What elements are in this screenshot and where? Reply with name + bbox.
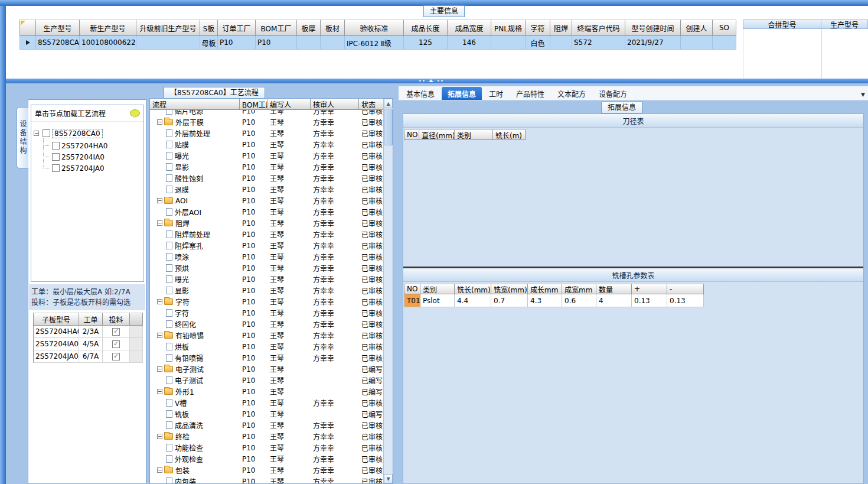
feed-checkbox[interactable] [112,353,120,360]
tree-collapse-icon[interactable]: − [157,389,162,394]
process-row[interactable]: 曝光P10王琴方幸幸已审核 [150,274,384,285]
main-cell-2[interactable] [136,36,200,50]
process-row[interactable]: −字符P10王琴方幸幸已审核 [150,296,384,307]
main-cell-3[interactable]: 母板 [200,36,218,50]
knife-col-header-1[interactable]: 直径(mm) [419,129,455,140]
slot-col-header-6[interactable]: 数量 [596,284,632,294]
tab-overflow-caret-icon[interactable]: ▼ [861,92,865,98]
feed-checkbox[interactable] [112,340,120,348]
process-col-header-1[interactable]: BOM工厂 [240,99,267,110]
process-row[interactable]: 喷涂P10王琴方幸幸已审核 [150,251,384,262]
tree-collapse-icon[interactable]: − [157,198,162,203]
main-col-header-10[interactable]: 成品宽度 [448,20,491,36]
tree-node-child[interactable]: 2S57204JA0 [51,163,141,174]
tree-node-child[interactable]: 2S57204IA0 [51,151,141,163]
main-cell-4[interactable]: P10 [218,36,256,50]
tree-child-label[interactable]: 2S57204IA0 [61,153,105,161]
main-cell-1[interactable]: 10010800062289 [80,36,136,50]
child-checkbox[interactable] [52,142,60,150]
main-col-header-3[interactable]: S板 [200,20,218,36]
slot-cell-2[interactable]: 4.4 [455,294,491,307]
subboard-row[interactable]: 2S57204IA04/5A [33,338,143,350]
slot-cell-8[interactable]: 0.13 [667,294,704,307]
splitter-grip[interactable] [419,79,443,82]
main-col-header-4[interactable]: 订单工厂 [218,20,256,36]
slot-col-header-1[interactable]: 类别 [420,284,455,294]
slot-cell-5[interactable]: 0.6 [562,294,596,307]
process-col-header-3[interactable]: 核审人 [311,99,359,110]
device-structure-tab[interactable]: 设备结构 [17,107,28,168]
scroll-up-icon[interactable]: ▲ [384,99,393,108]
process-col-header-2[interactable]: 编写人 [267,99,311,110]
process-row[interactable]: −外层干膜P10王琴方幸幸已审核 [150,116,384,128]
process-col-header-4[interactable]: 状态 [359,99,384,110]
process-row[interactable]: 曝光P10王琴方幸幸已审核 [150,150,384,161]
tree-collapse-icon[interactable]: − [34,131,39,136]
main-col-header-11[interactable]: PNL规格 [491,20,526,36]
slot-cell-1[interactable]: Pslot [420,294,455,307]
tab-1[interactable]: 基本信息 [400,87,440,100]
main-cell-8[interactable]: IPC-6012 Ⅱ级 [345,36,404,50]
slot-cell-4[interactable]: 4.3 [528,294,562,307]
process-row[interactable]: 显影P10王琴方幸幸已审核 [150,285,384,296]
main-cell-5[interactable]: P10 [256,36,297,50]
main-col-header-7[interactable]: 板材 [321,20,345,36]
main-col-header-16[interactable]: 创建人 [681,20,713,36]
tree-collapse-icon[interactable]: − [157,220,162,226]
main-col-header-15[interactable]: 型号创建时间 [625,20,681,36]
horizontal-splitter[interactable] [6,79,868,83]
tab-4[interactable]: 产品特性 [510,87,550,100]
main-cell-10[interactable]: 146 [448,36,491,50]
process-row[interactable]: 有铅喷锡P10王琴方幸幸已审核 [150,352,384,363]
process-row[interactable]: 字符P10王琴方幸幸已审核 [150,307,384,319]
extended-info-caption[interactable]: 拓展信息 [601,102,642,113]
slot-col-header-7[interactable]: + [632,284,667,294]
process-row[interactable]: 阻焊塞孔P10王琴方幸幸已审核 [150,240,384,251]
main-col-header-14[interactable]: 终端客户代码 [572,20,625,36]
subboard-col-header-1[interactable]: 工单 [79,313,103,326]
process-row[interactable]: 外层前处理P10王琴方幸幸已审核 [150,128,384,139]
child-checkbox[interactable] [52,153,60,161]
process-row[interactable]: 外层AOIP10王琴方幸幸已审核 [150,206,384,217]
scroll-down-icon[interactable]: ▼ [384,474,393,483]
main-cell-7[interactable] [321,36,345,50]
subboard-col-header-2[interactable]: 投料 [103,313,130,326]
tree-node-root[interactable]: − 8S57208CA0 [34,128,141,139]
knife-col-header-0[interactable]: NO [404,129,419,140]
knife-col-header-3[interactable]: 铣长(m) [493,129,526,140]
main-cell-12[interactable]: 白色 [526,36,550,50]
merge-col-header-0[interactable]: 合拼型号 [743,20,821,29]
process-row[interactable]: 阻焊前处理P10王琴方幸幸已审核 [150,229,384,240]
main-cell-17[interactable] [713,36,736,50]
main-grid-row[interactable]: 8S57208CA010010800062289母板P10P10IPC-6012… [19,36,736,50]
process-row[interactable]: −有铅喷锡P10王琴方幸幸已审核 [150,330,384,341]
process-row[interactable]: −包装P10王琴方幸幸已审核 [150,464,384,476]
main-col-header-12[interactable]: 字符 [526,20,550,36]
main-cell-16[interactable] [681,36,713,50]
main-cell-15[interactable]: 2021/9/27 [625,36,681,50]
slot-cell-0[interactable]: T01 [404,294,420,307]
knife-col-header-2[interactable]: 类别 [455,129,493,140]
process-row[interactable]: V槽P10王琴方幸幸已审核 [150,397,384,408]
subboard-row[interactable]: 2S57204HA02/3A [33,326,143,338]
process-row[interactable]: 功能检查P10王琴方幸幸已审核 [150,442,384,453]
process-row[interactable]: −终检P10王琴方幸幸已审核 [150,431,384,442]
main-cell-6[interactable] [297,36,321,50]
subboard-col-header-0[interactable]: 子板型号 [33,313,79,326]
process-row[interactable]: 显影P10王琴方幸幸已审核 [150,161,384,173]
main-col-header-17[interactable]: SO [713,20,736,36]
process-flow-caption[interactable]: 【8S57208CA0】工艺流程 [164,87,265,99]
tree-collapse-icon[interactable]: − [157,119,162,125]
process-row[interactable]: 外观检查P10王琴方幸幸已审核 [150,453,384,464]
main-col-header-8[interactable]: 验收标准 [345,20,404,36]
tree-node-child[interactable]: 2S57204HA0 [51,140,141,151]
main-col-header-13[interactable]: 阻焊 [550,20,572,36]
process-row[interactable]: −电子测试P10王琴已编写 [150,363,384,375]
process-row[interactable]: 贴膜P10王琴方幸幸已审核 [150,139,384,150]
tab-3[interactable]: 工时 [483,87,509,100]
process-row[interactable]: 铣板P10王琴已编写 [150,408,384,420]
tab-6[interactable]: 设备配方 [593,87,633,100]
child-checkbox[interactable] [52,164,60,172]
main-info-caption[interactable]: 主要信息 [423,5,465,17]
slot-col-header-2[interactable]: 铣长(mm) [455,284,491,294]
